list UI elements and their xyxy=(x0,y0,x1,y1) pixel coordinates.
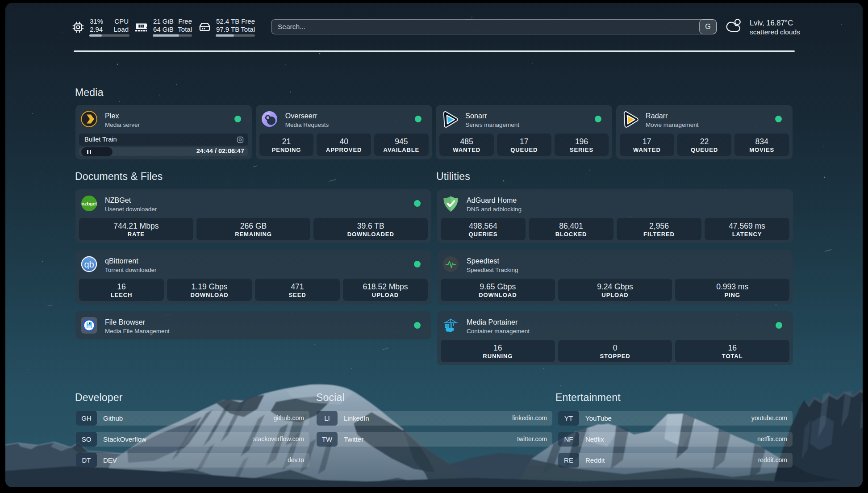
svg-text:qb: qb xyxy=(84,259,94,269)
svg-text:nzbget: nzbget xyxy=(81,201,97,206)
